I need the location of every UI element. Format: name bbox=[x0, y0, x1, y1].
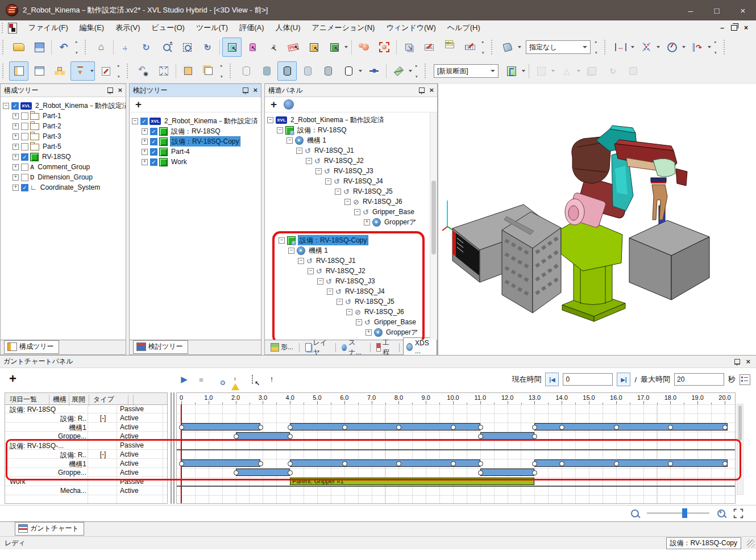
waypoint-handle[interactable] bbox=[478, 425, 483, 430]
mechanism-bar[interactable] bbox=[181, 423, 260, 431]
section-select-button[interactable] bbox=[531, 61, 556, 81]
section-fit-button[interactable] bbox=[624, 61, 643, 81]
tree-item-RV-18SQ_J6[interactable]: −⊘RV-18SQ_J6 bbox=[276, 307, 422, 317]
toolbar-grip[interactable] bbox=[127, 64, 130, 78]
menu-item-7[interactable]: アニメーション(N) bbox=[306, 23, 381, 33]
select-annotation-button[interactable]: ↗↖ bbox=[263, 37, 283, 57]
toolbar-overflow-icon[interactable]: ▸▾ bbox=[714, 37, 720, 57]
tree-item-RV-18SQ_J6[interactable]: −⊘RV-18SQ_J6 bbox=[265, 197, 430, 207]
expand-toggle[interactable]: + bbox=[13, 123, 19, 129]
expand-state[interactable]: [-] bbox=[90, 450, 115, 458]
tree-item-label[interactable]: 2_Robot_Kinema－動作設定済 bbox=[289, 115, 385, 125]
gantt-table-row[interactable]: Groppe...Active bbox=[5, 468, 167, 477]
visibility-checkbox[interactable]: ✓ bbox=[150, 128, 157, 135]
open-file-button[interactable] bbox=[9, 37, 28, 57]
tree-item-Part-2[interactable]: +Part-2 bbox=[1, 121, 126, 131]
waypoint-handle[interactable] bbox=[451, 425, 456, 430]
tree-item-RV-18SQ_J5[interactable]: −↺RV-18SQ_J5 bbox=[265, 186, 430, 197]
current-time-input[interactable]: 0 bbox=[563, 373, 613, 386]
gantt-table-row[interactable]: Groppe...Active bbox=[5, 432, 167, 441]
mirror-move-button[interactable]: ↷ bbox=[688, 37, 712, 57]
tree-item-label[interactable]: RV-18SQ_J3 bbox=[334, 277, 376, 285]
toolbar-grip[interactable] bbox=[85, 40, 88, 55]
tree-item-label[interactable]: RV-18SQ_J2 bbox=[325, 267, 367, 275]
tree-item-label[interactable]: Part-4 bbox=[170, 148, 191, 156]
tree-item-Part-4[interactable]: +✓Part-4 bbox=[130, 147, 261, 157]
tree-item-Dimension_Group[interactable]: +DDimension_Group bbox=[1, 172, 126, 182]
expand-toggle[interactable]: + bbox=[13, 185, 19, 191]
close-icon[interactable]: × bbox=[253, 87, 257, 94]
fit-all-button[interactable]: ↖↗↙↘ bbox=[154, 61, 173, 81]
tree-item-設備：RV-18SQ[interactable]: −設備：RV-18SQ bbox=[265, 125, 430, 135]
expand-toggle[interactable]: + bbox=[142, 128, 148, 135]
expand-toggle[interactable]: + bbox=[142, 149, 148, 155]
waypoint-handle[interactable] bbox=[614, 461, 619, 466]
current-time-line[interactable] bbox=[181, 404, 182, 504]
section-combo[interactable]: [新規断面] bbox=[434, 64, 499, 78]
mdi-minimize-button[interactable]: – bbox=[720, 24, 724, 32]
pane-property-button[interactable] bbox=[30, 61, 49, 81]
tree-item-label[interactable]: Dimension_Group bbox=[36, 173, 94, 181]
visibility-checkbox[interactable]: ✓ bbox=[150, 158, 157, 166]
tree-item-label[interactable]: Part-1 bbox=[41, 112, 63, 120]
tab-xds[interactable]: XDS ... bbox=[403, 337, 438, 357]
collapse-toggle[interactable]: − bbox=[335, 189, 341, 195]
visibility-checkbox[interactable]: ✓ bbox=[150, 138, 157, 145]
chevron-down-icon[interactable] bbox=[682, 46, 686, 48]
highlight-region-button[interactable] bbox=[375, 37, 394, 57]
rotate-angle-button[interactable] bbox=[662, 37, 687, 57]
gantt-table-row[interactable]: 設備: RV-18SQPassive bbox=[5, 404, 167, 413]
column-header-タイプ[interactable]: タイプ bbox=[93, 395, 114, 404]
tree-item-RV-18SQ_J4[interactable]: −↺RV-18SQ_J4 bbox=[276, 286, 422, 296]
waypoint-handle[interactable] bbox=[478, 434, 483, 439]
tree-item-Comment_Group[interactable]: +AComment_Group bbox=[1, 162, 126, 172]
visibility-checkbox[interactable]: ✓ bbox=[11, 102, 19, 110]
snapshot-button[interactable] bbox=[211, 373, 225, 386]
menu-item-4[interactable]: ツール(T) bbox=[190, 23, 234, 33]
tree-item-label[interactable]: Comment_Group bbox=[36, 163, 91, 171]
tree-item-Gripper_Base[interactable]: −↺Gripper_Base bbox=[276, 317, 422, 327]
collapse-toggle[interactable]: − bbox=[346, 309, 352, 315]
minimize-button[interactable]: – bbox=[678, 0, 704, 20]
tree-item-label[interactable]: Gripper_Base bbox=[371, 208, 416, 216]
chevron-down-icon[interactable] bbox=[518, 46, 521, 48]
gear-icon[interactable] bbox=[284, 99, 294, 110]
select-body-button[interactable]: ↖ bbox=[304, 37, 323, 57]
section-move-button[interactable] bbox=[583, 61, 602, 81]
chevron-down-icon[interactable] bbox=[657, 46, 660, 48]
structure-scrollbar[interactable] bbox=[430, 112, 437, 340]
tree-item-label[interactable]: Gropperア bbox=[385, 328, 419, 337]
collapse-toggle[interactable]: − bbox=[279, 237, 285, 244]
pin-icon[interactable] bbox=[243, 87, 248, 93]
tree-item-label[interactable]: RV-18SQ_J5 bbox=[354, 298, 396, 306]
tree-item-label[interactable]: 2_Robot_Kinema－動作設定済 bbox=[34, 101, 126, 111]
gantt-settings-icon[interactable] bbox=[740, 374, 750, 385]
visibility-checkbox[interactable]: ✓ bbox=[21, 184, 28, 191]
collapse-toggle[interactable]: − bbox=[288, 248, 294, 254]
close-icon[interactable]: × bbox=[429, 87, 434, 94]
max-time-input[interactable]: 20 bbox=[674, 373, 724, 386]
chevron-down-icon[interactable] bbox=[522, 70, 525, 72]
pin-icon[interactable] bbox=[419, 87, 425, 93]
add-study-item-button[interactable]: + bbox=[135, 99, 142, 110]
cube-orthographic-button[interactable] bbox=[199, 61, 218, 81]
visibility-checkbox[interactable] bbox=[21, 143, 28, 151]
gripper-bar[interactable] bbox=[480, 469, 535, 476]
tree-item-RV-18SQ_J5[interactable]: −↺RV-18SQ_J5 bbox=[276, 296, 422, 307]
expand-toggle[interactable]: + bbox=[142, 159, 148, 165]
gripper-bar[interactable] bbox=[236, 469, 290, 476]
range-select-button[interactable]: ↖ bbox=[246, 373, 259, 386]
tree-item-label[interactable]: Gropperア bbox=[383, 218, 417, 227]
gantt-table-row[interactable]: Mecha...Active bbox=[5, 486, 167, 495]
pane-hierarchy-button[interactable] bbox=[50, 61, 69, 81]
tree-item-RV-18SQ_J1[interactable]: −↺RV-18SQ_J1 bbox=[265, 145, 430, 156]
toolbar-grip[interactable] bbox=[230, 64, 233, 78]
tree-item-label[interactable]: 設備：RV-18SQ bbox=[296, 126, 347, 135]
collapse-toggle[interactable]: − bbox=[325, 178, 331, 185]
zoom-slider-thumb[interactable] bbox=[682, 508, 687, 518]
collapse-toggle[interactable]: − bbox=[267, 117, 273, 123]
waypoint-handle[interactable] bbox=[532, 470, 537, 475]
tree-item-label[interactable]: RV-18SQ_J6 bbox=[363, 308, 405, 316]
work-bar[interactable]: Parent: Gripper #1 bbox=[290, 478, 534, 485]
gantt-table-row[interactable]: 設備: RV-18SQ-...Passive bbox=[5, 441, 167, 450]
